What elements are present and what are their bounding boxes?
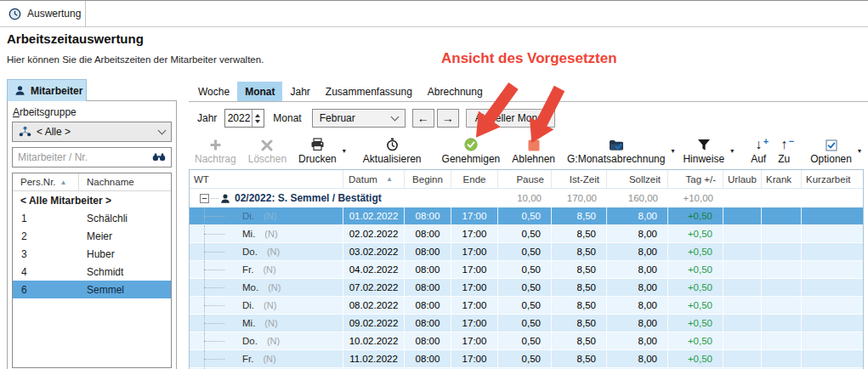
tab-mitarbeiter-label: Mitarbeiter [31, 85, 82, 97]
tab-monat[interactable]: Monat [237, 82, 282, 101]
chevron-down-icon [390, 113, 399, 122]
column-krank[interactable]: Krank [762, 170, 802, 188]
mitarbeiter-search-input[interactable] [18, 151, 152, 163]
tab-jahr[interactable]: Jahr [282, 82, 317, 101]
arbeitsgruppe-label: Arbeitsgruppe [13, 106, 77, 118]
app-tab-auswertung[interactable]: Auswertung [0, 1, 86, 26]
collapse-up-minus-icon: ↑− [780, 137, 787, 151]
sort-ascending-icon: ▲ [386, 175, 393, 183]
employee-list-header[interactable]: Pers.Nr. ▲ Nachname [13, 173, 171, 191]
zu-button[interactable]: ↑− Zu [772, 134, 796, 167]
group-tag-total: +10,00 [668, 193, 723, 203]
previous-month-button[interactable]: ← [412, 109, 434, 128]
column-kurzarbeit[interactable]: Kurzarbeit [802, 170, 863, 188]
optionen-menu-caret-icon[interactable]: ▾ [858, 147, 861, 155]
group-ist-total: 170,00 [552, 193, 607, 203]
loeschen-button[interactable]: Löschen [242, 134, 292, 167]
aktualisieren-button[interactable]: Aktualisieren [357, 134, 428, 167]
refresh-stopwatch-icon [386, 137, 399, 151]
arbeitsgruppe-dropdown[interactable]: < Alle > [12, 122, 172, 142]
year-input[interactable] [225, 110, 252, 127]
nachtrag-button[interactable]: Nachtrag [189, 134, 242, 167]
list-item[interactable]: 4 Schmidt [13, 263, 171, 281]
hinweise-menu-caret-icon[interactable]: ▾ [730, 147, 734, 155]
monatsabrechnung-button[interactable]: G:Monatsabrechnung [561, 134, 671, 167]
year-label: Jahr [197, 112, 217, 124]
list-item[interactable]: 2 Meier [13, 227, 171, 245]
supervisor-view-annotation: Ansicht des Vorgesetzten [441, 50, 617, 67]
tree-connector [211, 198, 218, 199]
folder-check-icon [609, 137, 624, 151]
list-item-alle-mitarbeiter[interactable]: < Alle Mitarbeiter > [13, 191, 171, 209]
group-pause-total: 10,00 [498, 193, 552, 203]
tab-woche[interactable]: Woche [190, 82, 237, 101]
auf-button[interactable]: ↓+ Auf [745, 134, 772, 167]
column-nachname[interactable]: Nachname [79, 173, 171, 190]
table-row[interactable]: Mi.(N) 09.02.2022 08:00 17:00 0,50 8,50 … [190, 315, 863, 332]
list-item[interactable]: 1 Schälchli [13, 209, 171, 227]
month-dropdown[interactable]: Februar [312, 109, 406, 128]
clock-icon [9, 8, 21, 20]
spin-up-icon[interactable] [255, 114, 260, 117]
column-ende[interactable]: Ende [451, 170, 498, 188]
table-row[interactable]: Mi.(N) 02.02.2022 08:00 17:00 0,50 8,50 … [190, 225, 863, 243]
ablehnen-button[interactable]: Ablehnen [506, 134, 561, 167]
column-urlaub[interactable]: Urlaub [723, 170, 762, 188]
table-row[interactable]: Mo.(N) 07.02.2022 08:00 17:00 0,50 8,50 … [190, 279, 863, 297]
month-group-row[interactable]: 02/2022: S. Semmel / Bestätigt 10,00 170… [190, 189, 863, 207]
table-row[interactable]: Di.(N) 08.02.2022 08:00 17:00 0,50 8,50 … [190, 297, 863, 315]
approve-check-circle-icon [464, 137, 478, 151]
binoculars-search-icon[interactable] [152, 152, 166, 162]
monatsabrechnung-menu-caret-icon[interactable]: ▾ [671, 147, 674, 155]
column-wt[interactable]: WT [190, 170, 343, 188]
tabs-divider [189, 101, 868, 102]
spinner-arrows[interactable] [252, 110, 263, 127]
table-row[interactable]: Fr.(N) 11.02.2022 08:00 17:00 0,50 8,50 … [190, 350, 863, 368]
add-plus-icon [209, 137, 222, 151]
column-datum[interactable]: Datum ▲ [343, 170, 405, 188]
delete-x-icon [261, 137, 273, 151]
drucken-menu-caret-icon[interactable]: ▾ [343, 147, 346, 155]
grid-header: WT Datum ▲ Beginn Ende Pause Ist-Zeit So… [190, 170, 863, 189]
month-label: Monat [273, 112, 301, 124]
genehmigen-button[interactable]: Genehmigen [436, 134, 507, 167]
column-pause[interactable]: Pause [498, 170, 552, 188]
drucken-button[interactable]: Drucken [292, 134, 343, 167]
tab-zusammenfassung[interactable]: Zusammenfassung [318, 82, 420, 101]
printer-icon [310, 137, 325, 151]
table-row[interactable]: Do.(N) 10.02.2022 08:00 17:00 0,50 8,50 … [190, 332, 863, 350]
sort-ascending-icon: ▲ [60, 179, 67, 186]
tab-abrechnung[interactable]: Abrechnung [420, 82, 491, 101]
filter-funnel-icon [697, 137, 711, 151]
person-icon [14, 85, 26, 96]
top-divider [0, 26, 868, 27]
time-grid: WT Datum ▲ Beginn Ende Pause Ist-Zeit So… [189, 169, 864, 369]
expand-down-plus-icon: ↓+ [755, 137, 762, 151]
table-row[interactable]: Do.(N) 03.02.2022 08:00 17:00 0,50 8,50 … [190, 243, 863, 261]
tab-mitarbeiter[interactable]: Mitarbeiter [7, 79, 87, 101]
hinweise-button[interactable]: Hinweise [677, 134, 730, 167]
spin-down-icon[interactable] [255, 120, 260, 123]
table-row-selected[interactable]: Di.(N) 01.02.2022 08:00 17:00 0,50 8,50 … [190, 207, 863, 225]
month-value: Februar [320, 112, 355, 124]
group-soll-total: 160,00 [607, 193, 668, 203]
list-item-selected[interactable]: 6 Semmel [13, 281, 171, 298]
arrow-right-icon: → [442, 111, 454, 125]
column-beginn[interactable]: Beginn [405, 170, 451, 188]
column-sollzeit[interactable]: Sollzeit [607, 170, 668, 188]
page-title: Arbeitszeitauswertung [7, 31, 144, 46]
optionen-button[interactable]: Optionen [804, 134, 858, 167]
column-persnr[interactable]: Pers.Nr. ▲ [13, 173, 79, 190]
table-row[interactable]: Fr.(N) 04.02.2022 08:00 17:00 0,50 8,50 … [190, 261, 863, 279]
current-month-button[interactable]: Aktueller Monat [466, 109, 555, 128]
column-ist-zeit[interactable]: Ist-Zeit [552, 170, 607, 188]
mitarbeiter-panel: Arbeitsgruppe < Alle > [7, 100, 177, 369]
next-month-button[interactable]: → [437, 109, 459, 128]
period-controls: Jahr Monat Februar ← → Aktueller Monat [189, 106, 555, 130]
person-icon [220, 193, 230, 204]
collapse-minus-icon[interactable] [200, 194, 209, 203]
employee-list: Pers.Nr. ▲ Nachname < Alle Mitarbeiter >… [12, 173, 172, 368]
list-item[interactable]: 3 Huber [13, 245, 171, 263]
view-tabs: Woche Monat Jahr Zusammenfassung Abrechn… [190, 82, 491, 101]
column-tag-saldo[interactable]: Tag +/- [668, 170, 723, 188]
